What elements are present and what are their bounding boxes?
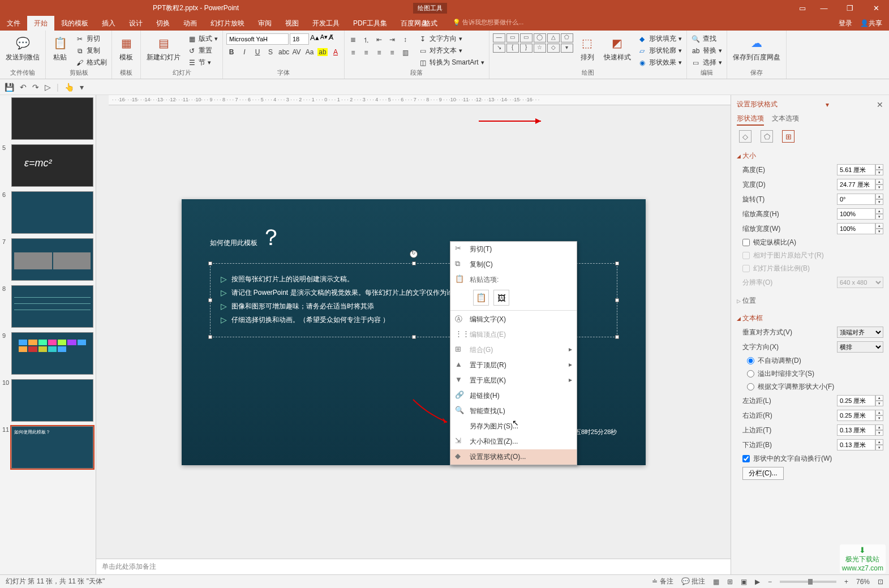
lock-aspect-checkbox[interactable] [742,239,750,246]
indent-inc-button[interactable]: ⇥ [387,36,397,45]
numbering-button[interactable]: ⒈ [361,36,371,45]
ctx-size-position[interactable]: ⇲大小和位置(Z)... [450,434,577,449]
shape-effects-button[interactable]: ◉形状效果▾ [637,57,683,68]
shape-fill-button[interactable]: ◆形状填充▾ [637,33,683,44]
clear-format-icon[interactable]: A̸ [329,33,333,45]
paste-button[interactable]: 📋粘贴 [49,33,71,63]
spin-down[interactable]: ▾ [875,170,883,175]
ctx-bring-front[interactable]: ▲置于顶层(R) [450,358,577,373]
slide-thumb[interactable] [11,238,93,281]
tab-home[interactable]: 开始 [27,16,54,31]
resize-handle[interactable] [208,298,212,302]
restore-button[interactable]: ❐ [837,0,863,16]
resize-handle[interactable] [208,261,212,265]
tab-review[interactable]: 审阅 [251,16,278,31]
resize-handle[interactable] [208,335,212,339]
underline-button[interactable]: U [252,48,263,56]
columns-button[interactable]: ▥ [400,49,410,57]
save-icon[interactable]: 💾 [5,83,14,92]
grow-font-icon[interactable]: A▴ [310,33,319,45]
ctx-send-back[interactable]: ▼置于底层(K) [450,373,577,388]
ctx-cut[interactable]: ✂剪切(T) [450,242,577,257]
pane-close-icon[interactable]: ✕ [877,100,883,109]
tab-pdftools[interactable]: PDF工具集 [346,16,394,31]
strike-button[interactable]: S [265,48,276,56]
font-color-button[interactable]: A [330,48,341,56]
valign-select[interactable]: 顶端对齐 [837,327,883,338]
rotation-handle[interactable] [410,250,418,258]
italic-button[interactable]: I [239,48,250,56]
reading-view-icon[interactable]: ▣ [741,578,747,586]
zoom-out-icon[interactable]: − [768,578,772,586]
pane-menu-icon[interactable]: ▾ [826,101,829,109]
copy-button[interactable]: ⧉复制 [74,45,108,56]
line-spacing-button[interactable]: ↕ [400,36,410,45]
paste-option-picture[interactable]: 🖼 [493,290,509,306]
resize-handle[interactable] [412,335,416,339]
close-button[interactable]: ✕ [863,0,889,16]
slide-thumb[interactable]: 如何使用此模板？ [11,426,93,469]
zoom-slider[interactable] [780,581,836,583]
reset-button[interactable]: ↺重置 [186,45,219,56]
fit-window-icon[interactable]: ⊡ [878,578,883,586]
slide-thumb[interactable]: ε=mc² [11,144,93,187]
tab-design[interactable]: 设计 [122,16,149,31]
autofit-shrink-radio[interactable] [747,370,754,377]
signin-button[interactable]: 登录 [839,19,852,28]
new-slide-button[interactable]: ▤新建幻灯片 [144,33,183,63]
change-case-button[interactable]: Aa [304,48,315,56]
scale-h-input[interactable] [837,208,875,220]
tab-animations[interactable]: 动画 [177,16,204,31]
tab-file[interactable]: 文件 [0,16,27,31]
slide-thumb[interactable] [11,191,93,234]
notes-toggle[interactable]: ≐ 备注 [652,577,673,586]
slide-thumb[interactable] [11,332,93,375]
effects-icon[interactable]: ⬠ [761,130,773,143]
start-slideshow-icon[interactable]: ▷ [45,83,51,92]
shapes-gallery[interactable]: ―▭▭◯△⬠ ↘{}☆◇▾ [493,33,573,53]
tab-mytemplates[interactable]: 我的模板 [54,16,95,31]
ctx-format-shape[interactable]: ◆设置形状格式(O)... [450,449,577,465]
wrap-text-checkbox[interactable] [742,455,750,462]
slide-thumb[interactable] [11,285,93,328]
send-wechat-button[interactable]: 💬发送到微信 [3,33,42,63]
resize-handle[interactable] [615,335,619,339]
font-size-input[interactable] [290,33,309,45]
resize-handle[interactable] [615,298,619,302]
templates-button[interactable]: ▦模板 [115,33,137,63]
slide-thumb[interactable] [11,97,93,140]
tab-insert[interactable]: 插入 [95,16,122,31]
section-button[interactable]: ☰节▾ [186,57,219,68]
margin-top-input[interactable] [837,424,875,436]
align-center-button[interactable]: ≡ [361,49,371,57]
shrink-font-icon[interactable]: A▾ [320,33,328,45]
layout-button[interactable]: ▦版式▾ [186,33,219,44]
columns-button[interactable]: 分栏(C)... [742,467,784,480]
highlight-button[interactable]: ab [317,48,328,56]
normal-view-icon[interactable]: ▦ [713,578,719,586]
justify-button[interactable]: ≡ [387,49,397,57]
tab-developer[interactable]: 开发工具 [306,16,346,31]
ctx-copy[interactable]: ⧉复制(C) [450,257,577,272]
tab-slideshow[interactable]: 幻灯片放映 [204,16,251,31]
undo-icon[interactable]: ↶ [20,83,27,92]
touch-mode-icon[interactable]: 👆 [65,83,74,92]
rotation-input[interactable] [837,194,875,205]
spin-up[interactable]: ▴ [875,164,883,170]
width-input[interactable] [837,179,875,190]
shadow-button[interactable]: abc [278,48,289,56]
pane-tab-shape[interactable]: 形状选项 [737,114,764,126]
ctx-edit-text[interactable]: Ⓐ编辑文字(X) [450,312,577,327]
zoom-level[interactable]: 76% [856,578,870,586]
autofit-resize-radio[interactable] [747,383,754,390]
zoom-in-icon[interactable]: + [844,578,848,586]
ctx-smart-lookup[interactable]: 🔍智能查找(L) [450,404,577,419]
ctx-hyperlink[interactable]: 🔗超链接(H) [450,388,577,404]
text-direction-button[interactable]: ↧文字方向▾ [417,33,486,44]
bullets-button[interactable]: ≣ [348,36,358,45]
slideshow-view-icon[interactable]: ▶ [755,578,760,586]
slide-thumb[interactable] [11,379,93,422]
height-input[interactable] [837,164,875,175]
align-left-button[interactable]: ≡ [348,49,358,57]
fill-line-icon[interactable]: ◇ [739,130,751,143]
